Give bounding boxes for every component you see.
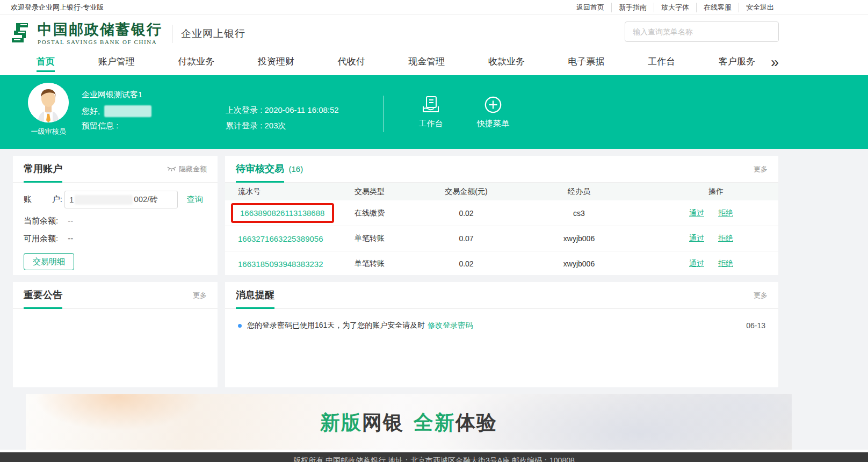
message-reminder-panel: 消息提醒 更多 您的登录密码已使用161天，为了您的账户安全请及时 修改登录密码… xyxy=(225,282,778,387)
frequent-accounts-title: 常用账户 xyxy=(24,162,62,183)
main-nav: 首页 账户管理 付款业务 投资理财 代收付 现金管理 收款业务 电子票据 工作台… xyxy=(0,52,868,75)
txn-amount: 0.02 xyxy=(399,209,533,218)
main-content: 常用账户 隐藏金额 账 户: xyxy=(0,149,868,450)
message-item: 您的登录密码已使用161天，为了您的账户安全请及时 修改登录密码 06-13 xyxy=(238,321,765,330)
link-safe-logout[interactable]: 安全退出 xyxy=(739,3,781,12)
approve-link[interactable]: 通过 xyxy=(689,234,704,243)
pending-more-link[interactable]: 更多 xyxy=(754,162,768,174)
pending-transactions-title: 待审核交易 xyxy=(236,162,284,183)
link-beginner-guide[interactable]: 新手指南 xyxy=(611,3,654,12)
link-enlarge-font[interactable]: 放大字体 xyxy=(654,3,696,12)
tab-home[interactable]: 首页 xyxy=(37,55,55,72)
pending-count: (16) xyxy=(288,164,303,174)
serial-link[interactable]: 1663185093948383232 xyxy=(238,259,323,269)
frequent-accounts-panel: 常用账户 隐藏金额 账 户: xyxy=(13,156,218,275)
quick-menu-shortcut[interactable]: 快捷菜单 xyxy=(469,96,517,129)
table-row: 1663890826113138688 在线缴费 0.02 cs3 通过 拒绝 xyxy=(225,200,778,226)
tab-payment-services[interactable]: 付款业务 xyxy=(178,55,214,72)
plus-circle-icon xyxy=(483,96,503,114)
reject-link[interactable]: 拒绝 xyxy=(718,208,733,218)
serial-link[interactable]: 1663890826113138688 xyxy=(240,208,324,218)
highlight-red-box: 1663890826113138688 xyxy=(231,203,334,223)
header: 中国邮政储蓄银行 POSTAL SAVINGS BANK OF CHINA 企业… xyxy=(0,15,868,52)
promo-banner[interactable]: 新版网银全新体验 xyxy=(26,394,792,450)
workbench-shortcut[interactable]: 工作台 xyxy=(407,96,455,129)
col-type: 交易类型 xyxy=(340,187,399,197)
important-notice-title: 重要公告 xyxy=(24,288,62,309)
approve-link[interactable]: 通过 xyxy=(689,208,704,218)
account-label: 账 户: xyxy=(24,194,62,205)
table-row: 1663185093948383232 单笔转账 0.02 xwyjb006 通… xyxy=(225,251,778,276)
reserved-info-label: 预留信息 : xyxy=(82,121,118,131)
user-role-label: 一级审核员 xyxy=(31,127,66,136)
current-balance-label: 当前余额: xyxy=(24,216,58,225)
approve-link[interactable]: 通过 xyxy=(689,259,704,269)
top-bar: 欢迎登录企业网上银行-专业版 返回首页 新手指南 放大字体 在线客服 安全退出 xyxy=(0,0,868,15)
message-reminder-title: 消息提醒 xyxy=(236,288,274,309)
txn-type: 单笔转账 xyxy=(340,234,399,243)
bank-name-en: POSTAL SAVINGS BANK OF CHINA xyxy=(38,39,162,45)
tab-e-bills[interactable]: 电子票据 xyxy=(568,55,605,72)
query-link[interactable]: 查询 xyxy=(187,194,203,205)
link-return-home[interactable]: 返回首页 xyxy=(569,3,611,12)
user-banner: 一级审核员 企业网银测试客1 您好, 预留信息 : 上次登录 : 2020-06… xyxy=(0,75,868,149)
txn-operator: cs3 xyxy=(533,209,625,218)
workbench-label: 工作台 xyxy=(407,119,455,129)
col-operator: 经办员 xyxy=(533,187,625,197)
header-divider xyxy=(172,25,172,43)
nav-expand-icon[interactable]: » xyxy=(771,52,779,73)
pending-transactions-panel: 待审核交易 (16) 更多 流水号 交易类型 交易金额(元) 经办员 操作 16… xyxy=(225,156,778,275)
col-amount: 交易金额(元) xyxy=(399,187,533,197)
hide-amount-toggle[interactable]: 隐藏金额 xyxy=(167,162,207,174)
company-name: 企业网银测试客1 xyxy=(82,90,142,100)
txn-amount: 0.07 xyxy=(399,234,533,243)
txn-type: 在线缴费 xyxy=(340,208,399,218)
current-balance-value: -- xyxy=(68,216,73,225)
message-more-link[interactable]: 更多 xyxy=(754,288,768,300)
reject-link[interactable]: 拒绝 xyxy=(718,259,733,269)
message-date: 06-13 xyxy=(746,321,765,330)
greeting-text: 您好, xyxy=(82,106,100,117)
notice-more-link[interactable]: 更多 xyxy=(193,288,207,300)
table-row: 1663271663225389056 单笔转账 0.07 xwyjb006 通… xyxy=(225,226,778,251)
quick-menu-label: 快捷菜单 xyxy=(469,119,517,129)
avatar xyxy=(28,83,69,122)
tab-customer-service[interactable]: 客户服务 xyxy=(719,55,755,72)
tab-receivables[interactable]: 收款业务 xyxy=(488,55,525,72)
txn-operator: xwyjb006 xyxy=(533,259,625,268)
change-password-link[interactable]: 修改登录密码 xyxy=(428,321,473,330)
copyright-text: 版权所有 中国邮政储蓄银行 地址：北京市西城区金融大街3号A座 邮政编码：100… xyxy=(293,456,575,462)
txn-amount: 0.02 xyxy=(399,259,533,268)
reject-link[interactable]: 拒绝 xyxy=(718,234,733,243)
link-online-service[interactable]: 在线客服 xyxy=(696,3,739,12)
available-balance-label: 可用余额: xyxy=(24,234,58,243)
product-title: 企业网上银行 xyxy=(181,27,245,41)
txn-operator: xwyjb006 xyxy=(533,234,625,243)
col-serial: 流水号 xyxy=(238,187,340,197)
tab-cash-management[interactable]: 现金管理 xyxy=(408,55,445,72)
tab-account-management[interactable]: 账户管理 xyxy=(98,55,135,72)
last-login-text: 上次登录 : 2020-06-11 16:08:52 xyxy=(226,105,339,116)
transaction-detail-button[interactable]: 交易明细 xyxy=(24,253,74,270)
txn-type: 单笔转账 xyxy=(340,259,399,269)
bank-name-cn: 中国邮政储蓄银行 xyxy=(38,23,162,37)
col-actions: 操作 xyxy=(625,187,765,197)
available-balance-value: -- xyxy=(68,234,73,243)
redacted-account-number xyxy=(75,195,133,205)
tab-workbench[interactable]: 工作台 xyxy=(648,55,675,72)
menu-search-input[interactable] xyxy=(625,21,779,42)
promo-slogan: 新版网银全新体验 xyxy=(320,409,497,436)
tab-investment[interactable]: 投资理财 xyxy=(258,55,294,72)
account-select[interactable]: 1 002/砖 xyxy=(64,191,178,208)
bank-logo: 中国邮政储蓄银行 POSTAL SAVINGS BANK OF CHINA xyxy=(12,22,162,46)
topbar-links: 返回首页 新手指南 放大字体 在线客服 安全退出 xyxy=(569,3,781,12)
banner-divider xyxy=(383,96,384,132)
important-notice-panel: 重要公告 更多 xyxy=(13,282,218,387)
workbench-icon xyxy=(421,96,440,114)
message-text: 您的登录密码已使用161天，为了您的账户安全请及时 xyxy=(247,321,425,330)
login-count-text: 累计登录 : 203次 xyxy=(226,121,286,131)
eye-closed-icon xyxy=(167,167,176,172)
table-header: 流水号 交易类型 交易金额(元) 经办员 操作 xyxy=(225,183,778,200)
serial-link[interactable]: 1663271663225389056 xyxy=(238,234,323,243)
tab-collection-payment[interactable]: 代收付 xyxy=(338,55,365,72)
